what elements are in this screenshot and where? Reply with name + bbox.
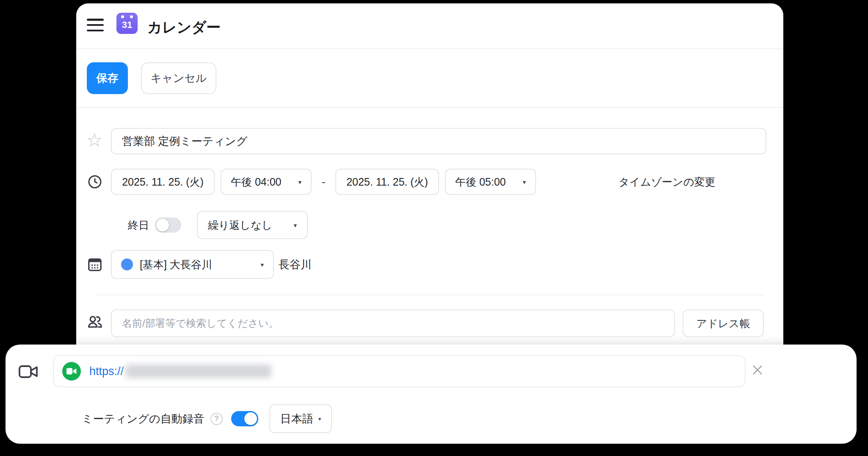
calendar-day-number: 31 xyxy=(122,19,132,31)
datetime-row: 2025. 11. 25. (火) 午後 04:00 ▾ - 2025. 11.… xyxy=(111,169,716,195)
auto-record-label: ミーティングの自動録音 xyxy=(82,412,205,426)
close-icon[interactable] xyxy=(751,363,764,377)
change-timezone-link[interactable]: タイムゾーンの変更 xyxy=(619,175,716,189)
allday-toggle[interactable] xyxy=(155,217,181,233)
end-time-value: 午後 05:00 xyxy=(455,175,506,189)
start-time-select[interactable]: 午後 04:00 ▾ xyxy=(221,169,312,195)
chevron-down-icon: ▾ xyxy=(298,179,301,185)
save-button[interactable]: 保存 xyxy=(87,62,128,94)
calendar-owner-label: 長谷川 xyxy=(279,250,312,279)
divider xyxy=(76,107,783,108)
attendee-search-input[interactable] xyxy=(111,309,675,337)
repeat-select[interactable]: 繰り返しなし ▾ xyxy=(197,211,308,239)
date-range-separator: - xyxy=(312,175,335,189)
auto-record-row: ミーティングの自動録音 ? 日本語 ▾ xyxy=(82,404,332,434)
end-date-field[interactable]: 2025. 11. 25. (火) xyxy=(335,169,439,195)
calendar-select-row: [基本] 大長谷川 ▾ 長谷川 xyxy=(76,250,783,279)
allday-label: 終日 xyxy=(128,211,149,239)
calendar-app-icon: 31 xyxy=(116,13,138,34)
calendar-ring-icon xyxy=(121,15,124,18)
attendees-icon xyxy=(86,313,104,331)
meeting-url-redacted xyxy=(125,364,271,378)
chevron-down-icon: ▾ xyxy=(293,222,297,228)
meeting-url-prefix: https:// xyxy=(89,365,124,378)
video-camera-icon xyxy=(18,364,39,380)
start-date-field[interactable]: 2025. 11. 25. (火) xyxy=(111,169,215,195)
end-time-select[interactable]: 午後 05:00 ▾ xyxy=(445,169,536,195)
language-select[interactable]: 日本語 ▾ xyxy=(269,404,332,433)
action-bar: 保存 キャンセル xyxy=(76,62,783,95)
screen: 31 カレンダー 保存 キャンセル ☆ 2025. 11. 25. (火) 午後… xyxy=(0,0,868,456)
menu-icon[interactable] xyxy=(87,19,104,31)
video-meeting-section: https:// ミーティングの自動録音 ? 日本語 ▾ xyxy=(6,345,857,444)
auto-record-toggle[interactable] xyxy=(231,411,258,426)
calendar-ring-icon xyxy=(130,15,133,18)
help-icon[interactable]: ? xyxy=(210,413,223,425)
divider xyxy=(95,295,765,295)
allday-repeat-row: 終日 繰り返しなし ▾ xyxy=(76,211,783,239)
attendee-row: アドレス帳 xyxy=(76,309,783,337)
chevron-down-icon: ▾ xyxy=(318,416,321,422)
calendar-event-panel: 31 カレンダー 保存 キャンセル ☆ 2025. 11. 25. (火) 午後… xyxy=(76,3,783,364)
star-icon[interactable]: ☆ xyxy=(82,127,107,153)
event-title-input[interactable] xyxy=(111,128,766,154)
calendar-select-value: [基本] 大長谷川 xyxy=(140,258,212,272)
event-title-row: ☆ xyxy=(76,128,783,154)
start-time-value: 午後 04:00 xyxy=(231,175,282,189)
chevron-down-icon: ▾ xyxy=(522,179,526,185)
page-title: カレンダー xyxy=(147,18,221,37)
address-book-button[interactable]: アドレス帳 xyxy=(683,309,764,337)
cancel-button[interactable]: キャンセル xyxy=(141,62,216,94)
app-header: 31 カレンダー xyxy=(76,3,783,49)
meet-service-icon xyxy=(62,362,81,381)
repeat-value: 繰り返しなし xyxy=(208,218,272,232)
meeting-url-field[interactable]: https:// xyxy=(53,355,746,387)
clock-icon xyxy=(87,174,102,189)
mini-calendar-icon xyxy=(86,256,103,273)
language-value: 日本語 xyxy=(280,412,313,426)
calendar-color-dot xyxy=(121,259,133,270)
chevron-down-icon: ▾ xyxy=(260,261,264,268)
calendar-select[interactable]: [基本] 大長谷川 ▾ xyxy=(111,250,274,279)
